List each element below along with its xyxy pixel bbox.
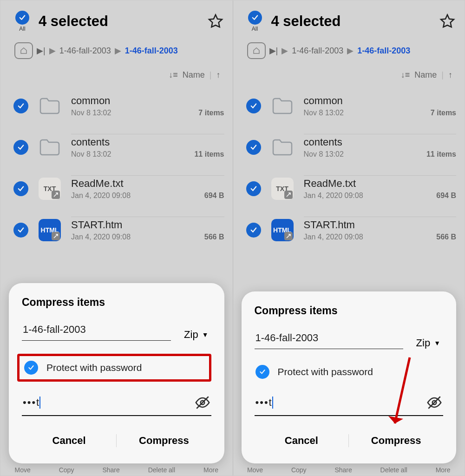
screenshot-right: All 4 selected ▶| ▶ 1-46-fall-2003 ▶ 1-4… xyxy=(233,0,465,476)
sort-label[interactable]: Name xyxy=(183,70,205,80)
check-icon xyxy=(251,13,259,22)
compress-button[interactable]: Compress xyxy=(117,426,211,455)
toggle-password-visibility[interactable] xyxy=(426,395,442,410)
compress-button[interactable]: Compress xyxy=(349,426,443,455)
svg-marker-5 xyxy=(388,416,403,423)
row-checkbox[interactable] xyxy=(13,223,28,238)
file-meta: 7 items xyxy=(431,109,456,117)
modal-title: Compress items xyxy=(255,304,444,317)
toolbar-more[interactable]: More xyxy=(436,466,451,474)
file-date: Jan 4, 2020 09:08 xyxy=(71,192,131,200)
toolbar-more[interactable]: More xyxy=(203,466,218,474)
home-icon[interactable] xyxy=(247,42,266,59)
protect-password-checkbox[interactable] xyxy=(24,361,38,375)
file-date: Nov 8 13:02 xyxy=(71,109,111,117)
file-name: START.htm xyxy=(304,219,457,231)
breadcrumb-item-active[interactable]: 1-46-fall-2003 xyxy=(125,46,178,56)
file-list: common Nov 8 13:027 items contents Nov 8… xyxy=(0,83,233,250)
file-name: common xyxy=(71,95,224,107)
chevron-down-icon: ▼ xyxy=(202,331,209,338)
list-item[interactable]: contents Nov 8 13:0211 items xyxy=(11,126,228,167)
row-checkbox[interactable] xyxy=(13,99,28,113)
row-checkbox[interactable] xyxy=(246,99,261,113)
file-date: Jan 4, 2020 09:08 xyxy=(71,233,131,241)
chevron-right-icon: ▶ xyxy=(115,46,121,56)
list-item[interactable]: TXT ReadMe.txt Jan 4, 2020 09:08694 B xyxy=(11,167,228,208)
html-file-icon: HTML xyxy=(39,219,61,241)
file-name: START.htm xyxy=(71,219,224,231)
row-checkbox[interactable] xyxy=(13,140,28,155)
chevron-down-icon: ▼ xyxy=(434,339,440,347)
sort-label[interactable]: Name xyxy=(414,70,437,80)
toolbar-delete[interactable]: Delete all xyxy=(380,466,407,474)
format-select[interactable]: Zip ▼ xyxy=(416,337,443,349)
breadcrumb-start-icon[interactable]: ▶| xyxy=(37,46,46,56)
toolbar-share[interactable]: Share xyxy=(102,466,119,474)
toolbar-copy[interactable]: Copy xyxy=(291,466,307,474)
select-all-label: All xyxy=(252,26,258,32)
sort-direction-icon[interactable]: ↑ xyxy=(448,70,452,80)
format-label: Zip xyxy=(184,329,198,341)
toolbar-share[interactable]: Share xyxy=(334,466,352,474)
row-checkbox[interactable] xyxy=(246,181,261,196)
list-item[interactable]: HTML START.htm Jan 4, 2020 09:08566 B xyxy=(11,208,228,250)
chevron-right-icon: ▶ xyxy=(347,46,354,56)
file-date: Nov 8 13:02 xyxy=(71,150,111,159)
header: All 4 selected xyxy=(0,0,233,36)
toggle-password-visibility[interactable] xyxy=(195,395,210,410)
sort-bar: ↓≡ Name | ↑ xyxy=(0,61,233,83)
header: All 4 selected xyxy=(233,0,465,36)
list-item[interactable]: TXT ReadMe.txt Jan 4, 2020 09:08694 B xyxy=(243,167,460,208)
archive-name-input[interactable] xyxy=(255,329,403,349)
eye-off-icon xyxy=(426,395,442,410)
toolbar-move[interactable]: Move xyxy=(14,466,30,474)
txt-file-icon: TXT xyxy=(271,178,294,200)
sort-icon[interactable]: ↓≡ xyxy=(401,70,410,80)
file-name: ReadMe.txt xyxy=(304,178,457,190)
row-checkbox[interactable] xyxy=(246,223,261,238)
file-list: common Nov 8 13:027 items contents Nov 8… xyxy=(233,83,465,250)
list-item[interactable]: common Nov 8 13:027 items xyxy=(243,85,460,126)
toolbar-copy[interactable]: Copy xyxy=(59,466,74,474)
toolbar-delete[interactable]: Delete all xyxy=(148,466,175,474)
breadcrumb-item[interactable]: 1-46-fall-2003 xyxy=(59,46,111,56)
cancel-button[interactable]: Cancel xyxy=(22,426,116,455)
file-name: contents xyxy=(304,136,457,148)
breadcrumb-item-active[interactable]: 1-46-fall-2003 xyxy=(357,46,410,56)
star-icon[interactable] xyxy=(439,13,455,29)
breadcrumb-start-icon[interactable]: ▶| xyxy=(269,46,278,56)
toolbar-move[interactable]: Move xyxy=(247,466,263,474)
list-item[interactable]: HTML START.htm Jan 4, 2020 09:08566 B xyxy=(243,208,460,250)
file-meta: 11 items xyxy=(194,150,224,159)
select-all-checkbox[interactable] xyxy=(248,11,262,25)
home-icon[interactable] xyxy=(14,42,33,59)
breadcrumb-item[interactable]: 1-46-fall-2003 xyxy=(292,46,343,56)
list-item[interactable]: common Nov 8 13:027 items xyxy=(11,85,228,126)
sort-icon[interactable]: ↓≡ xyxy=(169,70,178,80)
sort-direction-icon[interactable]: ↑ xyxy=(216,70,221,80)
row-checkbox[interactable] xyxy=(13,181,28,196)
screenshot-left: All 4 selected ▶| ▶ 1-46-fall-2003 ▶ 1-4… xyxy=(0,0,233,476)
list-item[interactable]: contents Nov 8 13:0211 items xyxy=(243,126,460,167)
page-title: 4 selected xyxy=(36,13,202,30)
compress-modal: Compress items Zip ▼ Protect with passwo… xyxy=(9,283,224,463)
folder-icon xyxy=(39,97,61,115)
row-checkbox[interactable] xyxy=(246,140,261,155)
folder-icon xyxy=(271,138,294,157)
file-date: Nov 8 13:02 xyxy=(304,150,344,159)
file-name: contents xyxy=(71,136,224,148)
star-icon[interactable] xyxy=(208,13,223,29)
archive-name-input[interactable] xyxy=(22,321,171,341)
cancel-button[interactable]: Cancel xyxy=(255,426,349,455)
password-input[interactable]: •••t xyxy=(23,397,195,409)
select-all-checkbox[interactable] xyxy=(15,11,29,25)
chevron-right-icon: ▶ xyxy=(49,46,56,56)
protect-password-checkbox[interactable] xyxy=(255,365,269,379)
sort-bar: ↓≡ Name | ↑ xyxy=(233,61,465,83)
breadcrumb: ▶| ▶ 1-46-fall-2003 ▶ 1-46-fall-2003 xyxy=(233,36,465,61)
format-select[interactable]: Zip ▼ xyxy=(184,329,211,341)
protect-password-label: Protect with password xyxy=(46,362,142,373)
html-file-icon: HTML xyxy=(271,219,294,241)
password-input[interactable]: •••t xyxy=(255,397,427,409)
file-meta: 694 B xyxy=(436,192,456,200)
